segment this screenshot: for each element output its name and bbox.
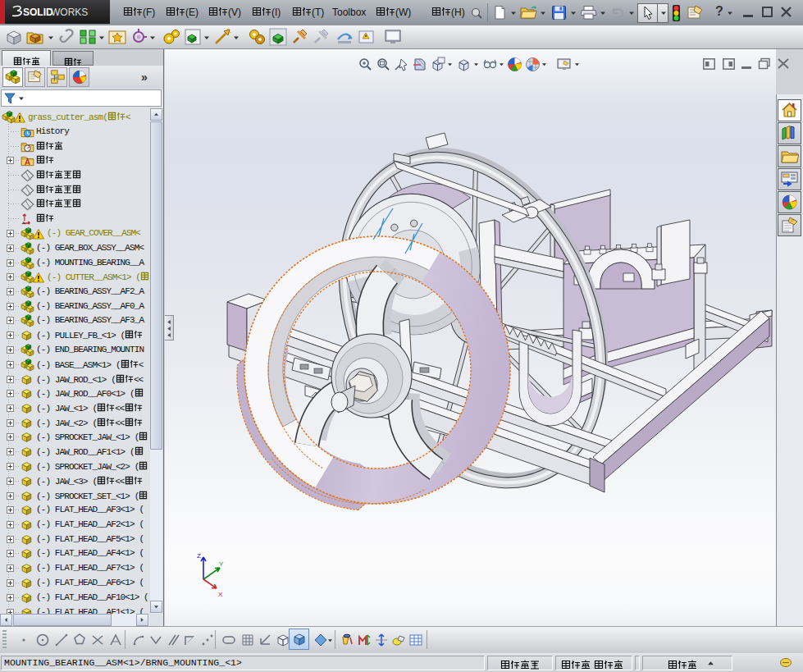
svg-text:Z: Z: [197, 552, 201, 560]
svg-text:WORKS: WORKS: [51, 7, 88, 18]
svg-text:SOLID: SOLID: [23, 7, 53, 18]
svg-text:X: X: [218, 591, 223, 598]
svg-text:Y: Y: [219, 560, 224, 568]
